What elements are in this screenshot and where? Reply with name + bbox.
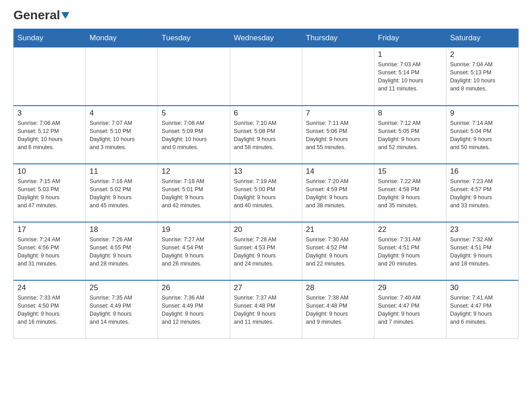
day-info: Sunrise: 7:36 AM Sunset: 4:49 PM Dayligh… xyxy=(162,294,226,326)
day-number: 8 xyxy=(378,109,442,118)
day-info: Sunrise: 7:26 AM Sunset: 4:55 PM Dayligh… xyxy=(90,235,154,268)
calendar-cell: 20Sunrise: 7:28 AM Sunset: 4:53 PM Dayli… xyxy=(230,222,302,280)
day-number: 11 xyxy=(90,167,154,176)
day-number: 20 xyxy=(234,225,298,234)
calendar-cell: 2Sunrise: 7:04 AM Sunset: 5:13 PM Daylig… xyxy=(446,47,519,106)
day-info: Sunrise: 7:06 AM Sunset: 5:12 PM Dayligh… xyxy=(17,119,82,152)
day-number: 14 xyxy=(306,167,370,176)
calendar-week-row: 17Sunrise: 7:24 AM Sunset: 4:56 PM Dayli… xyxy=(14,222,519,280)
day-info: Sunrise: 7:11 AM Sunset: 5:06 PM Dayligh… xyxy=(306,119,370,152)
day-info: Sunrise: 7:30 AM Sunset: 4:52 PM Dayligh… xyxy=(306,235,370,268)
calendar-cell: 13Sunrise: 7:19 AM Sunset: 5:00 PM Dayli… xyxy=(230,164,302,222)
day-number: 17 xyxy=(17,225,82,234)
calendar-week-row: 3Sunrise: 7:06 AM Sunset: 5:12 PM Daylig… xyxy=(14,106,519,164)
calendar-cell xyxy=(230,47,302,106)
calendar-cell: 10Sunrise: 7:15 AM Sunset: 5:03 PM Dayli… xyxy=(14,164,86,222)
calendar-cell: 30Sunrise: 7:41 AM Sunset: 4:47 PM Dayli… xyxy=(446,280,519,338)
day-number: 13 xyxy=(234,167,298,176)
calendar-cell: 14Sunrise: 7:20 AM Sunset: 4:59 PM Dayli… xyxy=(302,164,374,222)
calendar-cell: 27Sunrise: 7:37 AM Sunset: 4:48 PM Dayli… xyxy=(230,280,302,338)
calendar-cell: 23Sunrise: 7:32 AM Sunset: 4:51 PM Dayli… xyxy=(446,222,519,280)
day-header-sunday: Sunday xyxy=(14,29,86,47)
day-info: Sunrise: 7:10 AM Sunset: 5:08 PM Dayligh… xyxy=(234,119,298,152)
day-number: 7 xyxy=(306,109,370,118)
day-number: 28 xyxy=(306,283,370,292)
day-info: Sunrise: 7:22 AM Sunset: 4:58 PM Dayligh… xyxy=(378,177,442,210)
calendar-cell: 7Sunrise: 7:11 AM Sunset: 5:06 PM Daylig… xyxy=(302,106,374,164)
calendar-cell: 25Sunrise: 7:35 AM Sunset: 4:49 PM Dayli… xyxy=(86,280,158,338)
day-number: 6 xyxy=(234,109,298,118)
day-number: 21 xyxy=(306,225,370,234)
calendar-cell: 9Sunrise: 7:14 AM Sunset: 5:04 PM Daylig… xyxy=(446,106,519,164)
day-number: 27 xyxy=(234,283,298,292)
day-number: 9 xyxy=(450,109,515,118)
calendar-cell xyxy=(14,47,86,106)
calendar-cell: 21Sunrise: 7:30 AM Sunset: 4:52 PM Dayli… xyxy=(302,222,374,280)
calendar-week-row: 24Sunrise: 7:33 AM Sunset: 4:50 PM Dayli… xyxy=(14,280,519,338)
calendar-cell: 6Sunrise: 7:10 AM Sunset: 5:08 PM Daylig… xyxy=(230,106,302,164)
day-header-wednesday: Wednesday xyxy=(230,29,302,47)
day-number: 16 xyxy=(450,167,515,176)
day-info: Sunrise: 7:18 AM Sunset: 5:01 PM Dayligh… xyxy=(162,177,226,210)
calendar-cell: 17Sunrise: 7:24 AM Sunset: 4:56 PM Dayli… xyxy=(14,222,86,280)
day-header-monday: Monday xyxy=(86,29,158,47)
logo: General xyxy=(13,9,69,20)
day-header-thursday: Thursday xyxy=(302,29,374,47)
day-info: Sunrise: 7:03 AM Sunset: 5:14 PM Dayligh… xyxy=(378,60,442,93)
calendar-cell xyxy=(302,47,374,106)
day-info: Sunrise: 7:12 AM Sunset: 5:05 PM Dayligh… xyxy=(378,119,442,152)
day-info: Sunrise: 7:14 AM Sunset: 5:04 PM Dayligh… xyxy=(450,119,515,152)
day-number: 26 xyxy=(162,283,226,292)
calendar-cell: 29Sunrise: 7:40 AM Sunset: 4:47 PM Dayli… xyxy=(374,280,446,338)
calendar-week-row: 10Sunrise: 7:15 AM Sunset: 5:03 PM Dayli… xyxy=(14,164,519,222)
calendar-cell: 18Sunrise: 7:26 AM Sunset: 4:55 PM Dayli… xyxy=(86,222,158,280)
day-number: 23 xyxy=(450,225,515,234)
day-number: 22 xyxy=(378,225,442,234)
day-info: Sunrise: 7:40 AM Sunset: 4:47 PM Dayligh… xyxy=(378,294,442,326)
day-info: Sunrise: 7:38 AM Sunset: 4:48 PM Dayligh… xyxy=(306,294,370,326)
calendar-cell: 15Sunrise: 7:22 AM Sunset: 4:58 PM Dayli… xyxy=(374,164,446,222)
calendar-cell: 11Sunrise: 7:16 AM Sunset: 5:02 PM Dayli… xyxy=(86,164,158,222)
day-info: Sunrise: 7:41 AM Sunset: 4:47 PM Dayligh… xyxy=(450,294,515,326)
day-info: Sunrise: 7:33 AM Sunset: 4:50 PM Dayligh… xyxy=(17,294,82,326)
calendar-cell: 8Sunrise: 7:12 AM Sunset: 5:05 PM Daylig… xyxy=(374,106,446,164)
day-number: 19 xyxy=(162,225,226,234)
calendar-cell: 1Sunrise: 7:03 AM Sunset: 5:14 PM Daylig… xyxy=(374,47,446,106)
calendar-cell: 24Sunrise: 7:33 AM Sunset: 4:50 PM Dayli… xyxy=(14,280,86,338)
calendar-cell xyxy=(86,47,158,106)
day-info: Sunrise: 7:31 AM Sunset: 4:51 PM Dayligh… xyxy=(378,235,442,268)
day-header-tuesday: Tuesday xyxy=(158,29,230,47)
day-info: Sunrise: 7:28 AM Sunset: 4:53 PM Dayligh… xyxy=(234,235,298,268)
calendar-cell: 4Sunrise: 7:07 AM Sunset: 5:10 PM Daylig… xyxy=(86,106,158,164)
day-info: Sunrise: 7:19 AM Sunset: 5:00 PM Dayligh… xyxy=(234,177,298,210)
calendar-header-row: SundayMondayTuesdayWednesdayThursdayFrid… xyxy=(14,29,519,47)
day-number: 18 xyxy=(90,225,154,234)
day-info: Sunrise: 7:27 AM Sunset: 4:54 PM Dayligh… xyxy=(162,235,226,268)
day-number: 29 xyxy=(378,283,442,292)
page-header: General xyxy=(13,9,519,20)
calendar-cell: 3Sunrise: 7:06 AM Sunset: 5:12 PM Daylig… xyxy=(14,106,86,164)
logo-text: General xyxy=(13,9,69,21)
calendar-cell: 26Sunrise: 7:36 AM Sunset: 4:49 PM Dayli… xyxy=(158,280,230,338)
day-info: Sunrise: 7:23 AM Sunset: 4:57 PM Dayligh… xyxy=(450,177,515,210)
calendar-cell: 16Sunrise: 7:23 AM Sunset: 4:57 PM Dayli… xyxy=(446,164,519,222)
day-header-saturday: Saturday xyxy=(446,29,519,47)
day-number: 1 xyxy=(378,50,442,59)
day-info: Sunrise: 7:16 AM Sunset: 5:02 PM Dayligh… xyxy=(90,177,154,210)
day-number: 12 xyxy=(162,167,226,176)
day-number: 24 xyxy=(17,283,82,292)
calendar-cell: 5Sunrise: 7:08 AM Sunset: 5:09 PM Daylig… xyxy=(158,106,230,164)
day-info: Sunrise: 7:37 AM Sunset: 4:48 PM Dayligh… xyxy=(234,294,298,326)
day-number: 5 xyxy=(162,109,226,118)
calendar-cell: 22Sunrise: 7:31 AM Sunset: 4:51 PM Dayli… xyxy=(374,222,446,280)
day-number: 2 xyxy=(450,50,515,59)
day-number: 25 xyxy=(90,283,154,292)
calendar-cell: 12Sunrise: 7:18 AM Sunset: 5:01 PM Dayli… xyxy=(158,164,230,222)
day-number: 4 xyxy=(90,109,154,118)
day-info: Sunrise: 7:07 AM Sunset: 5:10 PM Dayligh… xyxy=(90,119,154,152)
calendar-table: SundayMondayTuesdayWednesdayThursdayFrid… xyxy=(13,29,519,338)
day-info: Sunrise: 7:32 AM Sunset: 4:51 PM Dayligh… xyxy=(450,235,515,268)
day-number: 30 xyxy=(450,283,515,292)
day-number: 10 xyxy=(17,167,82,176)
day-number: 3 xyxy=(17,109,82,118)
